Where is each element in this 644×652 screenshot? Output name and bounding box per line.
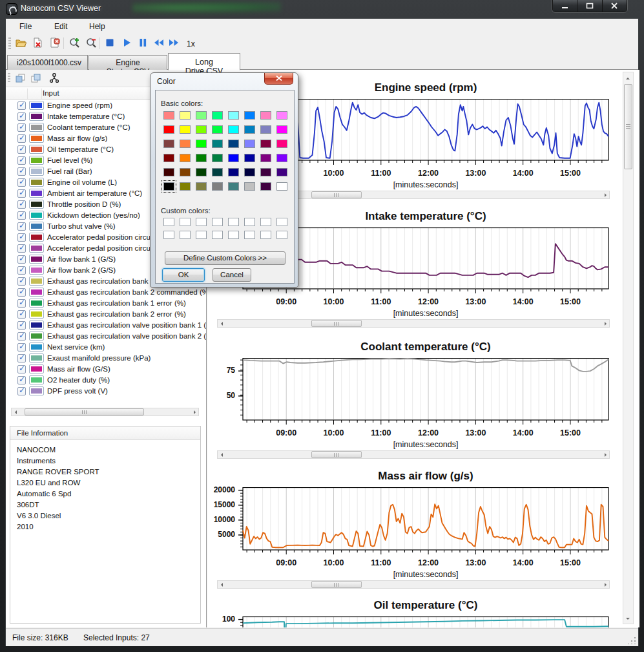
basic-color-swatch[interactable] <box>228 140 239 148</box>
scroll-left-arrow[interactable] <box>218 581 225 588</box>
custom-color-swatch[interactable] <box>244 218 255 226</box>
scroll-left-arrow[interactable] <box>218 451 225 458</box>
cancel-button[interactable]: Cancel <box>213 268 251 282</box>
custom-color-swatch[interactable] <box>276 218 287 226</box>
color-swatch-button[interactable] <box>29 386 44 395</box>
checkbox[interactable]: ✓ <box>17 255 26 264</box>
color-swatch-button[interactable] <box>29 375 44 384</box>
chart-horizontal-scrollbar[interactable] <box>217 450 610 459</box>
color-swatch-button[interactable] <box>29 189 44 198</box>
basic-color-swatch[interactable] <box>260 182 271 191</box>
custom-color-swatch[interactable] <box>244 231 255 239</box>
checkbox[interactable]: ✓ <box>17 101 26 110</box>
checkbox[interactable]: ✓ <box>17 387 26 395</box>
toolbar-button-zoom-in[interactable] <box>68 37 81 50</box>
basic-color-swatch[interactable] <box>276 111 287 120</box>
maximize-button[interactable] <box>577 0 602 12</box>
input-row[interactable]: ✓Mass air flow (G/S) <box>6 364 206 375</box>
checkbox[interactable]: ✓ <box>17 288 26 297</box>
chart-plot[interactable] <box>236 616 611 627</box>
custom-color-swatch[interactable] <box>260 231 271 239</box>
custom-color-swatch[interactable] <box>228 231 239 239</box>
title-bar[interactable]: Nanocom CSV Viewer <box>0 0 644 18</box>
color-swatch-button[interactable] <box>29 255 44 264</box>
custom-color-swatch[interactable] <box>196 231 207 239</box>
basic-color-swatch[interactable] <box>196 168 207 176</box>
checkbox[interactable]: ✓ <box>17 211 26 220</box>
checkbox[interactable]: ✓ <box>17 299 26 308</box>
dialog-close-button[interactable] <box>264 73 293 85</box>
toolbar-button-pause[interactable] <box>137 37 150 50</box>
chart-horizontal-scrollbar[interactable] <box>217 319 610 328</box>
color-swatch-button[interactable] <box>29 233 44 242</box>
define-custom-colors-button[interactable]: Define Custom Colors >> <box>165 251 286 265</box>
checkbox[interactable]: ✓ <box>17 376 26 384</box>
basic-color-swatch[interactable] <box>212 182 223 191</box>
custom-color-swatch[interactable] <box>180 218 191 226</box>
custom-color-swatch[interactable] <box>180 231 191 239</box>
basic-color-swatch[interactable] <box>244 140 255 148</box>
basic-color-swatch[interactable] <box>260 154 271 162</box>
scroll-right-arrow[interactable] <box>601 451 609 458</box>
checkbox[interactable]: ✓ <box>17 200 26 209</box>
input-row[interactable]: ✓Exhaust gas recirculation valve positio… <box>6 320 206 331</box>
checkbox[interactable]: ✓ <box>17 178 26 187</box>
checkbox[interactable]: ✓ <box>17 222 26 231</box>
basic-color-swatch[interactable] <box>180 182 191 191</box>
basic-color-swatch[interactable] <box>196 140 207 148</box>
basic-color-swatch[interactable] <box>163 168 174 176</box>
color-swatch-button[interactable] <box>29 145 44 154</box>
panel-button-send-to-back[interactable] <box>15 72 26 84</box>
color-swatch-button[interactable] <box>29 156 44 165</box>
basic-color-swatch[interactable] <box>212 140 223 148</box>
checkbox[interactable]: ✓ <box>17 244 26 253</box>
checkbox[interactable]: ✓ <box>17 365 26 373</box>
scroll-left-arrow[interactable] <box>218 320 225 327</box>
basic-color-swatch[interactable] <box>180 111 191 120</box>
scroll-left-arrow[interactable] <box>12 408 19 415</box>
checkbox[interactable]: ✓ <box>17 167 26 176</box>
chart-plot[interactable] <box>236 358 611 426</box>
basic-color-swatch[interactable] <box>276 168 287 176</box>
menu-item-help[interactable]: Help <box>85 21 110 32</box>
color-swatch-button[interactable] <box>29 288 44 297</box>
ok-button[interactable]: OK <box>162 268 205 282</box>
basic-color-swatch[interactable] <box>244 154 255 162</box>
input-row[interactable]: ✓Exaust manifold pressure (kPa) <box>6 353 206 364</box>
checkbox[interactable]: ✓ <box>17 156 26 165</box>
color-swatch-button[interactable] <box>29 364 44 373</box>
basic-color-swatch[interactable] <box>163 182 174 191</box>
input-row[interactable]: ✓DPF press volt (V) <box>6 386 206 397</box>
toolbar-button-close-all-files[interactable] <box>48 37 61 50</box>
checkbox[interactable]: ✓ <box>17 189 26 198</box>
input-list-horizontal-scrollbar[interactable] <box>11 408 199 416</box>
basic-color-swatch[interactable] <box>196 111 207 120</box>
basic-color-swatch[interactable] <box>180 125 191 134</box>
custom-color-swatch[interactable] <box>212 218 223 226</box>
custom-color-swatch[interactable] <box>260 218 271 226</box>
color-swatch-button[interactable] <box>29 167 44 176</box>
scrollbar-thumb[interactable] <box>311 451 362 458</box>
checkbox[interactable]: ✓ <box>17 277 26 286</box>
basic-color-swatch[interactable] <box>244 168 255 176</box>
basic-color-swatch[interactable] <box>212 168 223 176</box>
scrollbar-thumb[interactable] <box>25 408 144 415</box>
color-swatch-button[interactable] <box>29 353 44 363</box>
custom-color-swatch[interactable] <box>163 231 174 239</box>
basic-color-swatch[interactable] <box>196 125 207 134</box>
scroll-right-arrow[interactable] <box>601 320 609 327</box>
checkbox[interactable]: ✓ <box>17 233 26 242</box>
scroll-right-arrow[interactable] <box>191 408 198 415</box>
basic-color-swatch[interactable] <box>196 154 207 162</box>
custom-color-swatch[interactable] <box>228 218 239 226</box>
basic-color-swatch[interactable] <box>276 154 287 162</box>
color-swatch-button[interactable] <box>29 178 44 187</box>
color-swatch-button[interactable] <box>29 222 44 231</box>
color-swatch-button[interactable] <box>29 112 44 121</box>
basic-color-swatch[interactable] <box>260 168 271 176</box>
basic-color-swatch[interactable] <box>228 111 239 120</box>
close-button[interactable] <box>603 0 627 12</box>
toolbar-button-rewind[interactable] <box>152 37 165 50</box>
basic-color-swatch[interactable] <box>260 125 271 134</box>
custom-color-swatch[interactable] <box>163 218 174 226</box>
